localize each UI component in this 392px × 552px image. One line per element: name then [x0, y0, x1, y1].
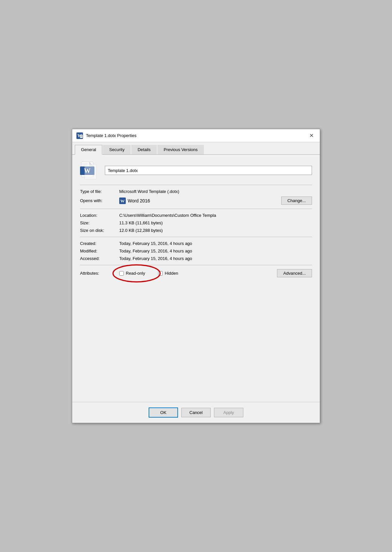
bottom-buttons: OK Cancel Apply [72, 402, 320, 423]
location-label: Location: [80, 213, 119, 218]
hidden-checkbox[interactable] [158, 271, 163, 276]
created-row: Created: Today, February 15, 2016, 4 hou… [80, 241, 312, 246]
svg-rect-12 [85, 164, 96, 179]
location-value: C:\Users\William\Documents\Custom Office… [119, 213, 312, 218]
location-row: Location: C:\Users\William\Documents\Cus… [80, 213, 312, 218]
advanced-button[interactable]: Advanced... [277, 269, 312, 277]
modified-row: Modified: Today, February 15, 2016, 4 ho… [80, 249, 312, 253]
readonly-checkbox[interactable] [119, 271, 124, 276]
change-button[interactable]: Change... [281, 197, 312, 205]
modified-value: Today, February 15, 2016, 4 hours ago [119, 249, 312, 253]
size-row: Size: 11.3 KB (11,661 bytes) [80, 220, 312, 225]
file-icon: W [80, 161, 98, 180]
opens-with-row: Opens with: W Word 2016 Change... [80, 197, 312, 205]
divider-3 [80, 237, 312, 237]
opens-with-label: Opens with: [80, 198, 119, 203]
hidden-label: Hidden [165, 271, 178, 276]
tab-security[interactable]: Security [103, 145, 131, 154]
attributes-content: Read-only Hidden Advanced... [119, 269, 312, 277]
created-value: Today, February 15, 2016, 4 hours ago [119, 241, 312, 246]
tab-general[interactable]: General [75, 145, 102, 155]
size-value: 11.3 KB (11,661 bytes) [119, 220, 312, 225]
window-title: Template 1.dotx Properties [86, 133, 307, 138]
type-value: Microsoft Word Template (.dotx) [119, 189, 312, 194]
close-button[interactable]: ✕ [307, 131, 316, 140]
size-on-disk-row: Size on disk: 12.0 KB (12,288 bytes) [80, 228, 312, 233]
file-header: W [80, 161, 312, 180]
tabs-bar: General Security Details Previous Versio… [72, 142, 320, 155]
size-on-disk-label: Size on disk: [80, 228, 119, 233]
properties-dialog: W Template 1.dotx Properties ✕ General S… [72, 129, 320, 423]
word-app-icon: W [119, 198, 126, 204]
created-label: Created: [80, 241, 119, 246]
modified-label: Modified: [80, 249, 119, 253]
accessed-label: Accessed: [80, 256, 119, 261]
divider-4 [80, 265, 312, 265]
divider-1 [80, 185, 312, 185]
word-title-icon: W [76, 132, 83, 139]
title-bar: W Template 1.dotx Properties ✕ [72, 129, 320, 142]
hidden-checkbox-label: Hidden [158, 271, 178, 276]
svg-text:W: W [121, 198, 125, 203]
content-area: W Type of file: Microsoft Word Template … [72, 155, 320, 402]
type-row: Type of file: Microsoft Word Template (.… [80, 189, 312, 194]
size-label: Size: [80, 220, 119, 225]
filename-input[interactable] [105, 166, 312, 175]
accessed-row: Accessed: Today, February 15, 2016, 4 ho… [80, 256, 312, 261]
divider-2 [80, 209, 312, 209]
size-on-disk-value: 12.0 KB (12,288 bytes) [119, 228, 312, 233]
cancel-button[interactable]: Cancel [181, 408, 211, 417]
readonly-label: Read-only [126, 271, 145, 276]
tab-previous-versions[interactable]: Previous Versions [157, 145, 204, 154]
opens-with-content: W Word 2016 Change... [119, 197, 312, 205]
attributes-label: Attributes: [80, 271, 119, 276]
readonly-container: Read-only [119, 271, 152, 276]
ok-button[interactable]: OK [149, 407, 178, 418]
apply-button[interactable]: Apply [214, 408, 243, 417]
opens-with-app: Word 2016 [128, 198, 150, 203]
accessed-value: Today, February 15, 2016, 4 hours ago [119, 256, 312, 261]
type-label: Type of file: [80, 189, 119, 194]
attributes-row: Attributes: Read-only Hidden [80, 269, 312, 277]
tab-details[interactable]: Details [131, 145, 157, 154]
readonly-checkbox-label: Read-only [119, 271, 145, 276]
